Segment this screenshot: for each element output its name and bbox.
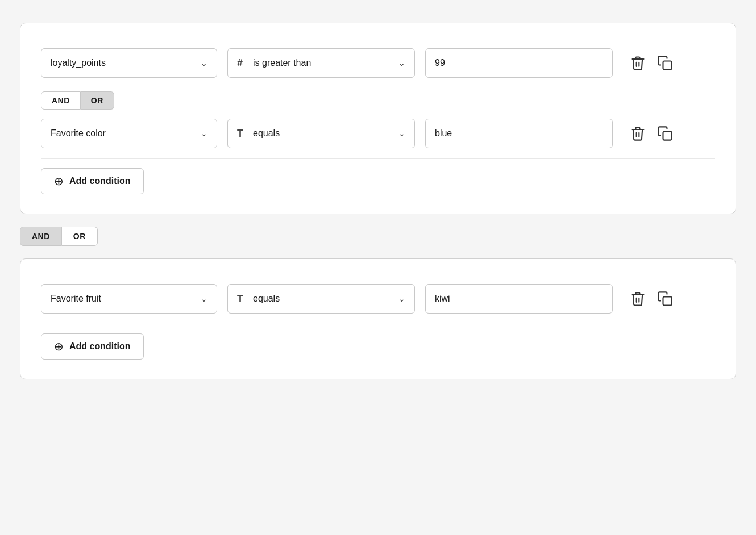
svg-rect-2 bbox=[663, 297, 672, 306]
operator-text-3: equals bbox=[253, 294, 280, 304]
operator-dropdown-3[interactable]: T equals ⌄ bbox=[227, 284, 415, 314]
operator-type-icon-2: T bbox=[237, 128, 247, 140]
field-label-2: Favorite color bbox=[51, 128, 106, 139]
plus-circle-icon-2: ⊕ bbox=[54, 340, 64, 353]
operator-label-3: T equals bbox=[237, 293, 280, 305]
operator-type-icon-1: # bbox=[237, 57, 247, 69]
condition-group-2: Favorite fruit ⌄ T equals ⌄ bbox=[20, 258, 736, 379]
operator-dropdown-2[interactable]: T equals ⌄ bbox=[227, 119, 415, 148]
group-or-button[interactable]: OR bbox=[62, 227, 98, 246]
delete-button-3[interactable] bbox=[628, 289, 648, 309]
group-and-button[interactable]: AND bbox=[20, 227, 62, 246]
page-wrapper: loyalty_points ⌄ # is greater than ⌄ bbox=[20, 23, 736, 379]
inline-and-button-1[interactable]: AND bbox=[41, 91, 81, 110]
group-logic-toggle: AND OR bbox=[20, 227, 736, 246]
chevron-down-icon-2: ⌄ bbox=[398, 58, 405, 68]
field-label-3: Favorite fruit bbox=[51, 294, 101, 304]
field-dropdown-1[interactable]: loyalty_points ⌄ bbox=[41, 48, 217, 78]
plus-circle-icon-1: ⊕ bbox=[54, 174, 64, 188]
condition-row-1: loyalty_points ⌄ # is greater than ⌄ bbox=[41, 40, 715, 86]
inline-or-button-1[interactable]: OR bbox=[81, 91, 114, 110]
copy-button-2[interactable] bbox=[655, 123, 675, 144]
value-input-3[interactable] bbox=[425, 284, 613, 314]
copy-button-1[interactable] bbox=[655, 53, 675, 73]
condition-row-2: Favorite color ⌄ T equals ⌄ bbox=[41, 111, 715, 156]
add-condition-row-1: ⊕ Add condition bbox=[41, 158, 715, 197]
action-icons-3 bbox=[628, 289, 675, 309]
field-dropdown-3[interactable]: Favorite fruit ⌄ bbox=[41, 284, 217, 314]
field-dropdown-2[interactable]: Favorite color ⌄ bbox=[41, 119, 217, 148]
condition-row-3: Favorite fruit ⌄ T equals ⌄ bbox=[41, 276, 715, 321]
add-condition-button-2[interactable]: ⊕ Add condition bbox=[41, 333, 144, 360]
operator-text-1: is greater than bbox=[253, 58, 311, 68]
inline-logic-toggle-1: AND OR bbox=[41, 86, 715, 111]
chevron-down-icon-4: ⌄ bbox=[398, 129, 405, 138]
operator-label-2: T equals bbox=[237, 128, 280, 140]
add-condition-label-2: Add condition bbox=[69, 341, 131, 352]
condition-group-1: loyalty_points ⌄ # is greater than ⌄ bbox=[20, 23, 736, 214]
add-condition-label-1: Add condition bbox=[69, 176, 131, 186]
action-icons-1 bbox=[628, 53, 675, 73]
operator-type-icon-3: T bbox=[237, 293, 247, 305]
chevron-down-icon-5: ⌄ bbox=[201, 294, 207, 303]
delete-button-1[interactable] bbox=[628, 53, 648, 73]
chevron-down-icon-3: ⌄ bbox=[201, 129, 207, 138]
svg-rect-1 bbox=[663, 132, 672, 140]
delete-button-2[interactable] bbox=[628, 123, 648, 144]
svg-rect-0 bbox=[663, 61, 672, 70]
copy-button-3[interactable] bbox=[655, 289, 675, 309]
operator-dropdown-1[interactable]: # is greater than ⌄ bbox=[227, 48, 415, 78]
value-input-2[interactable] bbox=[425, 119, 613, 148]
field-label-1: loyalty_points bbox=[51, 58, 106, 68]
action-icons-2 bbox=[628, 123, 675, 144]
add-condition-row-2: ⊕ Add condition bbox=[41, 324, 715, 362]
operator-text-2: equals bbox=[253, 128, 280, 139]
add-condition-button-1[interactable]: ⊕ Add condition bbox=[41, 168, 144, 194]
chevron-down-icon-6: ⌄ bbox=[398, 294, 405, 303]
chevron-down-icon: ⌄ bbox=[201, 58, 207, 68]
value-input-1[interactable] bbox=[425, 48, 613, 78]
operator-label-1: # is greater than bbox=[237, 57, 311, 69]
